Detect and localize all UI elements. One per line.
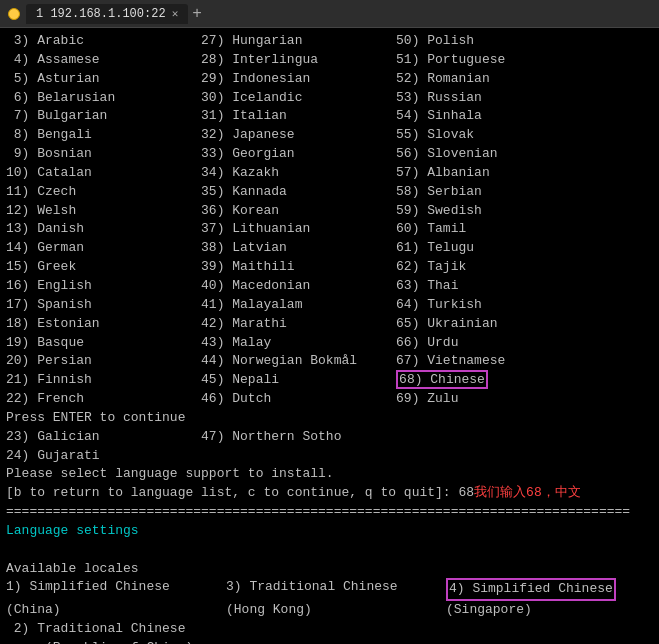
lang-line-18: 18) Estonian 42) Marathi 65) Ukrainian <box>6 315 653 334</box>
active-tab[interactable]: 1 192.168.1.100:22 ✕ <box>26 4 188 24</box>
lang-line-17: 17) Spanish 41) Malayalam 64) Turkish <box>6 296 653 315</box>
locales-row-1: 1) Simplified Chinese 3) Traditional Chi… <box>6 578 653 601</box>
locale-1-label: 1) Simplified Chinese <box>6 578 226 601</box>
divider-line: ========================================… <box>6 503 653 522</box>
locale-3-label: 3) Traditional Chinese <box>226 578 446 601</box>
prompt1-text: [b to return to language list, c to cont… <box>6 484 474 503</box>
press-enter-line: Press ENTER to continue <box>6 409 653 428</box>
lang-line-12: 12) Welsh 36) Korean 59) Swedish <box>6 202 653 221</box>
available-locales: Available locales <box>6 560 653 579</box>
lang-line-9: 9) Bosnian 33) Georgian 56) Slovenian <box>6 145 653 164</box>
lang-line-5: 5) Asturian 29) Indonesian 52) Romanian <box>6 70 653 89</box>
locale-3-sub: (Hong Kong) <box>226 601 446 620</box>
lang-line-8: 8) Bengali 32) Japanese 55) Slovak <box>6 126 653 145</box>
lang-line-19: 19) Basque 43) Malay 66) Urdu <box>6 334 653 353</box>
lang-line-6: 6) Belarusian 30) Icelandic 53) Russian <box>6 89 653 108</box>
blank-line <box>6 541 653 560</box>
lang-line-11: 11) Czech 35) Kannada 58) Serbian <box>6 183 653 202</box>
lang-line-13: 13) Danish 37) Lithuanian 60) Tamil <box>6 220 653 239</box>
new-tab-button[interactable]: + <box>192 5 202 23</box>
lang-line-14: 14) German 38) Latvian 61) Telugu <box>6 239 653 258</box>
locales-row-1b: (China) (Hong Kong) (Singapore) <box>6 601 653 620</box>
lang-line-24: 24) Gujarati <box>6 447 653 466</box>
lang-line-23: 23) Galician 47) Northern Sotho <box>6 428 653 447</box>
prompt-line-1: [b to return to language list, c to cont… <box>6 484 653 503</box>
highlight-68: 68) Chinese <box>396 370 488 389</box>
window-icon <box>8 8 20 20</box>
lang-line-21: 21) Finnish 45) Nepali 68) Chinese <box>6 371 653 390</box>
lang-line-7: 7) Bulgarian 31) Italian 54) Sinhala <box>6 107 653 126</box>
lang-line-20: 20) Persian 44) Norwegian Bokmål 67) Vie… <box>6 352 653 371</box>
lang-line-4: 4) Assamese 28) Interlingua 51) Portugue… <box>6 51 653 70</box>
locale-4-label: 4) Simplified Chinese <box>449 581 613 596</box>
please-select-1: Please select language support to instal… <box>6 465 653 484</box>
section-title: Language settings <box>6 522 653 541</box>
lang-line-16: 16) English 40) Macedonian 63) Thai <box>6 277 653 296</box>
terminal-window: 3) Arabic 27) Hungarian 50) Polish 4) As… <box>0 28 659 644</box>
locale-1-sub: (China) <box>6 601 226 620</box>
chinese-note-1: 我们输入68，中文 <box>474 484 581 503</box>
lang-line-22: 22) French 46) Dutch 69) Zulu <box>6 390 653 409</box>
locale-2-label: 2) Traditional Chinese <box>6 620 653 639</box>
locale-2-sub: (Republic of China) <box>6 639 653 644</box>
tab-close-button[interactable]: ✕ <box>172 7 179 20</box>
tab-label: 1 192.168.1.100:22 <box>36 7 166 21</box>
lang-line-3: 3) Arabic 27) Hungarian 50) Polish <box>6 32 653 51</box>
highlight-4: 4) Simplified Chinese <box>446 578 616 601</box>
locale-4-sub: (Singapore) <box>446 601 532 620</box>
lang-line-15: 15) Greek 39) Maithili 62) Tajik <box>6 258 653 277</box>
lang-line-10: 10) Catalan 34) Kazakh 57) Albanian <box>6 164 653 183</box>
title-bar: 1 192.168.1.100:22 ✕ + <box>0 0 659 28</box>
